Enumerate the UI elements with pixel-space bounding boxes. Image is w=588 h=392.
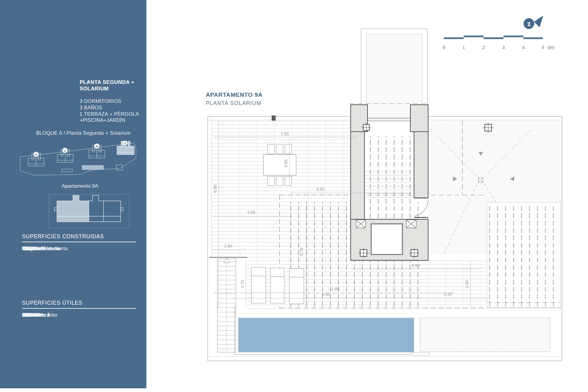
dimension-label: 6.90 [213, 185, 217, 193]
north-arrow-icon: z [524, 14, 544, 29]
dimension-label: 3.80 [284, 160, 288, 168]
dimension-label: 6.60 [412, 263, 420, 268]
dimension-label: 7.55 [281, 132, 289, 136]
dimension-label: 3.45 [316, 187, 324, 191]
dining-set [263, 145, 296, 186]
stair-tower [361, 29, 428, 118]
pool-step [411, 353, 430, 356]
dimension-label: 1.80 [224, 244, 232, 248]
exterior-stairs [217, 258, 236, 352]
dimension-label: 3.15 [444, 292, 452, 297]
scale-tick: 1 [462, 45, 465, 50]
dimension-label: 11.85 [330, 287, 340, 291]
garden [420, 318, 550, 352]
scale-tick: 0 [443, 45, 445, 50]
pool [238, 318, 414, 352]
scale-tick: 5 [542, 45, 544, 50]
scale-bar: 0 1 2 3 4 5 (m) [443, 36, 554, 50]
core-opening [371, 224, 402, 254]
pergola-right-area [487, 202, 560, 308]
dimension-label: 2.60 [465, 280, 469, 288]
scale-tick: 3 [502, 45, 505, 50]
dimension-label: 6.30 [322, 292, 330, 297]
floorplan-drawing: 7.55 3.80 6.90 3.45 4.05 1.80 5.70 2.70 … [0, 0, 588, 392]
dimension-label: 4.05 [247, 210, 255, 215]
dimension-label: 5.70 [299, 248, 304, 256]
scale-tick: 2 [482, 45, 485, 50]
wall-marker [272, 115, 276, 121]
dimension-label: 2.70 [240, 280, 245, 288]
scale-unit: (m) [548, 45, 554, 50]
scale-tick: 4 [522, 45, 525, 50]
